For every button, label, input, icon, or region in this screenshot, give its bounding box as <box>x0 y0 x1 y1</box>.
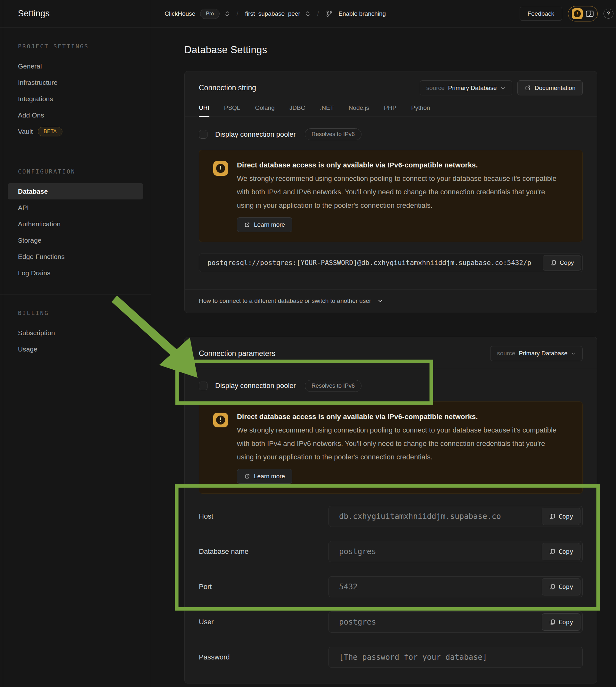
chevron-sort-icon[interactable] <box>224 10 230 17</box>
copy-button[interactable]: Copy <box>542 543 581 560</box>
external-link-icon <box>525 85 531 91</box>
sidebar-item-storage[interactable]: Storage <box>8 232 143 248</box>
copy-icon <box>550 260 556 266</box>
tab-uri[interactable]: URI <box>199 104 210 116</box>
breadcrumb-project[interactable]: first_supabase_peer <box>245 10 300 17</box>
tab-nodejs[interactable]: Node.js <box>349 104 369 116</box>
connection-string-input[interactable]: postgresql://postgres:[YOUR-PASSWORD]@db… <box>199 253 583 272</box>
warning-body: We strongly recommend using connection p… <box>237 172 560 212</box>
sidebar-divider <box>0 294 151 295</box>
pooler-label: Display connection pooler <box>215 382 296 390</box>
help-icon[interactable]: ? <box>603 9 613 19</box>
panel-icon <box>586 10 594 17</box>
field-row-database-name: Database name postgres Copy <box>199 534 583 569</box>
warning-icon: ! <box>213 161 228 176</box>
connection-string-card: Connection string source Primary Databas… <box>184 71 597 313</box>
notifications-chip[interactable]: ! <box>568 6 598 21</box>
enable-branching-button[interactable]: Enable branching <box>338 10 386 17</box>
sidebar-item-subscription[interactable]: Subscription <box>8 325 143 341</box>
warning-icon: ! <box>572 8 583 19</box>
ipv6-badge: Resolves to IPv6 <box>305 380 361 392</box>
copy-icon <box>549 619 555 625</box>
sidebar-section-billing: BILLING Subscription Usage <box>0 310 151 357</box>
beta-badge: BETA <box>38 127 62 136</box>
copy-button[interactable]: Copy <box>542 508 581 525</box>
learn-more-button[interactable]: Learn more <box>237 217 292 232</box>
card-title: Connection parameters <box>199 349 276 358</box>
connection-parameters-body: Display connection pooler Resolves to IP… <box>185 369 597 683</box>
chevron-down-icon <box>501 86 506 91</box>
sidebar-section-project-settings: PROJECT SETTINGS General Infrastructure … <box>0 43 151 139</box>
main-content: Database Settings Connection string sour… <box>151 27 616 687</box>
feedback-button[interactable]: Feedback <box>520 7 562 21</box>
tab-dotnet[interactable]: .NET <box>320 104 334 116</box>
ipv6-badge: Resolves to IPv6 <box>305 128 361 140</box>
breadcrumb-separator: / <box>235 10 240 17</box>
warning-body: We strongly recommend using connection p… <box>237 423 560 464</box>
breadcrumb: ClickHouse Pro / first_supabase_peer / E… <box>151 0 520 27</box>
header-settings-zone: Settings <box>0 0 151 27</box>
connection-string-tabs: URI PSQL Golang JDBC .NET Node.js PHP Py… <box>199 104 583 116</box>
sidebar-item-edge-functions[interactable]: Edge Functions <box>8 248 143 265</box>
top-header: Settings ClickHouse Pro / first_supabase… <box>0 0 616 27</box>
breadcrumb-org[interactable]: ClickHouse <box>164 10 195 17</box>
sidebar-item-database[interactable]: Database <box>8 183 143 199</box>
external-link-icon <box>244 473 250 479</box>
chevron-down-icon <box>571 351 576 356</box>
sidebar-item-add-ons[interactable]: Add Ons <box>8 107 143 123</box>
pooler-label: Display connection pooler <box>215 130 296 139</box>
pooler-row: Display connection pooler Resolves to IP… <box>199 380 583 392</box>
pooler-row: Display connection pooler Resolves to IP… <box>199 128 583 140</box>
field-row-port: Port 5432 Copy <box>199 569 583 604</box>
sidebar-item-integrations[interactable]: Integrations <box>8 91 143 107</box>
sidebar-item-infrastructure[interactable]: Infrastructure <box>8 74 143 91</box>
sidebar-item-log-drains[interactable]: Log Drains <box>8 265 143 281</box>
source-select[interactable]: source Primary Database <box>420 80 512 95</box>
field-row-host: Host db.cxhygiuitamxhniiddjm.supabase.co… <box>199 499 583 534</box>
tab-python[interactable]: Python <box>411 104 430 116</box>
page-section-title: Settings <box>18 9 50 19</box>
password-field[interactable]: [The password for your database] <box>329 647 583 668</box>
connection-string-body: Display connection pooler Resolves to IP… <box>185 117 597 289</box>
tab-jdbc[interactable]: JDBC <box>289 104 305 116</box>
copy-button[interactable]: Copy <box>542 613 581 631</box>
sidebar: PROJECT SETTINGS General Infrastructure … <box>0 27 151 687</box>
ipv6-warning-panel: ! Direct database access is only availab… <box>199 150 583 242</box>
sidebar-section-label: PROJECT SETTINGS <box>18 43 143 50</box>
ipv6-warning-panel: ! Direct database access is only availab… <box>199 401 583 494</box>
sidebar-item-usage[interactable]: Usage <box>8 341 143 357</box>
connection-parameters-card: Connection parameters source Primary Dat… <box>184 337 597 684</box>
tab-golang[interactable]: Golang <box>255 104 274 116</box>
copy-icon <box>549 548 555 555</box>
host-field[interactable]: db.cxhygiuitamxhniiddjm.supabase.co Copy <box>329 506 583 527</box>
connect-help-toggle[interactable]: How to connect to a different database o… <box>185 289 597 313</box>
sidebar-item-authentication[interactable]: Authentication <box>8 216 143 232</box>
sidebar-item-api[interactable]: API <box>8 199 143 216</box>
warning-title: Direct database access is only available… <box>237 413 560 421</box>
source-select[interactable]: source Primary Database <box>490 346 583 361</box>
pooler-checkbox[interactable] <box>199 130 207 139</box>
page-title: Database Settings <box>184 44 597 56</box>
sidebar-divider <box>0 153 151 153</box>
field-row-password: Password [The password for your database… <box>199 640 583 675</box>
connection-string-field: postgresql://postgres:[YOUR-PASSWORD]@db… <box>199 253 583 272</box>
user-field[interactable]: postgres Copy <box>329 612 583 633</box>
app-window: Settings ClickHouse Pro / first_supabase… <box>0 0 616 687</box>
sidebar-item-general[interactable]: General <box>8 58 143 74</box>
field-row-user: User postgres Copy <box>199 604 583 640</box>
copy-button[interactable]: Copy <box>542 578 581 595</box>
chevron-sort-icon[interactable] <box>305 10 311 17</box>
plan-badge: Pro <box>200 9 220 19</box>
tab-php[interactable]: PHP <box>384 104 396 116</box>
copy-icon <box>549 583 555 590</box>
card-title: Connection string <box>199 84 256 92</box>
sidebar-item-vault[interactable]: Vault BETA <box>8 123 143 139</box>
pooler-checkbox[interactable] <box>199 382 207 390</box>
documentation-button[interactable]: Documentation <box>518 80 583 95</box>
sidebar-section-label: CONFIGURATION <box>18 168 143 175</box>
tab-psql[interactable]: PSQL <box>224 104 240 116</box>
port-field[interactable]: 5432 Copy <box>329 576 583 597</box>
copy-button[interactable]: Copy <box>543 255 581 270</box>
learn-more-button[interactable]: Learn more <box>237 469 292 484</box>
database-name-field[interactable]: postgres Copy <box>329 541 583 562</box>
